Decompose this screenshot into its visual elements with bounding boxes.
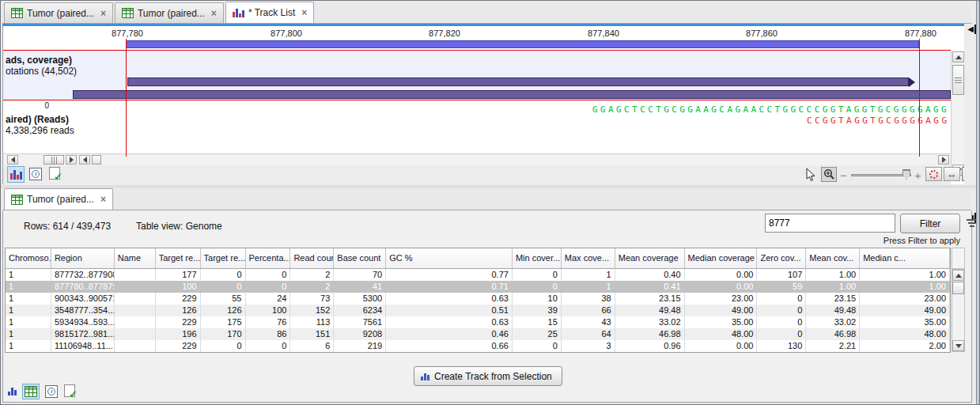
tab-tumor-table-2[interactable]: Tumor (paired... ×	[115, 2, 224, 23]
table-cell: 0.41	[615, 281, 685, 293]
table-row[interactable]: 13548777..354...12612610015262340.513966…	[6, 305, 950, 316]
filter-input[interactable]	[765, 214, 895, 233]
column-header[interactable]: Mean cov...	[806, 248, 860, 268]
table-cell: 35.00	[860, 316, 950, 328]
bottom-tab-bar: Tumor (paired... ×	[2, 189, 971, 210]
column-header[interactable]: Target re...	[156, 248, 201, 268]
scrollbar-thumb[interactable]	[44, 155, 64, 165]
column-header[interactable]: Zero cov...	[757, 248, 806, 268]
column-header[interactable]: Base count	[334, 248, 386, 268]
pointer-mode-button[interactable]	[804, 167, 818, 182]
close-icon[interactable]: ×	[100, 194, 106, 205]
column-header[interactable]: Chromoso...	[6, 248, 51, 268]
create-track-button[interactable]: Create Track from Selection	[414, 366, 562, 386]
table-cell: 0	[757, 305, 806, 316]
column-header[interactable]: GC %	[386, 248, 513, 268]
window-edge	[976, 1, 980, 405]
table-cell	[115, 305, 156, 316]
table-cell: 107	[757, 269, 806, 281]
zoom-mode-button[interactable]	[821, 167, 837, 182]
table-cell: 0.00	[685, 281, 758, 293]
track-vertical-scrollbar[interactable]	[951, 51, 964, 176]
selection-left-line	[126, 39, 127, 157]
column-header[interactable]: Median coverage	[685, 248, 758, 268]
scroll-down-button[interactable]	[952, 340, 964, 351]
table-cell: 9208	[334, 328, 386, 340]
zoom-to-selection-button[interactable]	[925, 167, 942, 181]
column-header[interactable]: Target re...	[201, 248, 246, 268]
fit-width-button[interactable]: ↔	[944, 167, 960, 181]
annotation-bar[interactable]	[73, 90, 951, 99]
close-icon[interactable]: ×	[100, 8, 106, 19]
track-view-mode-button[interactable]	[8, 387, 17, 396]
collapse-top-panel-button[interactable]: ◀	[964, 24, 976, 34]
table-row[interactable]: 15934934..593...2291757611375610.6315433…	[6, 316, 950, 328]
column-header[interactable]: Name	[115, 248, 156, 268]
table-cell: 1	[6, 305, 51, 316]
close-icon[interactable]: ×	[301, 7, 307, 18]
history-view-button[interactable]	[29, 168, 42, 180]
table-cell: 0	[201, 281, 246, 293]
table-cell: 24	[246, 293, 291, 305]
table-cell: 49.48	[806, 305, 860, 316]
reads-track-subtitle: 4,338,296 reads	[6, 125, 74, 136]
bar-chart-icon	[421, 373, 429, 380]
zoom-slider-thumb[interactable]	[902, 169, 910, 180]
track-list-view[interactable]: 877,780877,800877,820877,840877,860877,8…	[2, 26, 964, 184]
filter-button[interactable]: Filter	[900, 214, 960, 233]
table-cell: 0.66	[386, 340, 513, 352]
column-header[interactable]: Region	[51, 248, 115, 268]
zoom-in-icon[interactable]: +	[914, 168, 921, 182]
track-horizontal-scrollbar[interactable]	[3, 153, 951, 165]
table-header-row[interactable]: Chromoso...RegionNameTarget re...Target …	[6, 248, 950, 269]
scrollbar-thumb[interactable]	[92, 155, 101, 165]
column-header[interactable]: Median c...	[860, 248, 950, 268]
table-cell: 0	[246, 281, 291, 293]
column-header[interactable]: Percenta...	[246, 248, 291, 268]
table-cell: 0	[201, 340, 246, 352]
scroll-left-button[interactable]	[7, 155, 18, 165]
history-view-button[interactable]	[45, 385, 58, 398]
table-cell: 0.40	[615, 269, 685, 281]
table-cell: 70	[334, 269, 386, 281]
tab-label: * Track List	[248, 7, 295, 18]
table-cell: 55	[201, 293, 246, 305]
table-cell: 100	[246, 305, 291, 316]
scroll-up-button[interactable]	[952, 51, 964, 62]
tab-tumor-table-bottom[interactable]: Tumor (paired... ×	[4, 188, 113, 210]
scroll-up-button[interactable]	[952, 270, 964, 281]
table-vertical-scrollbar[interactable]	[952, 269, 965, 352]
column-header[interactable]: Max cove...	[562, 248, 615, 268]
table-scrollbar-corner	[952, 248, 965, 269]
table-cell: 3548777..354...	[51, 305, 115, 316]
scrollbar-thumb[interactable]	[952, 282, 964, 294]
table-view-mode-button[interactable]	[22, 384, 40, 399]
table-row[interactable]: 19815172..981...1961708615192080.4625644…	[6, 328, 950, 340]
element-info-button[interactable]: ✓	[49, 167, 60, 180]
scroll-right-button[interactable]	[938, 155, 949, 165]
table-cell: 229	[156, 340, 201, 352]
panel-divider[interactable]	[1, 185, 980, 188]
column-header[interactable]: Mean coverage	[615, 248, 685, 268]
annotation-bar[interactable]	[127, 78, 909, 86]
table-row[interactable]: 1877732..877908177002700.77010.400.00107…	[6, 269, 950, 281]
tab-track-list[interactable]: * Track List ×	[225, 2, 314, 23]
table-cell: 59	[757, 281, 806, 293]
tab-tumor-table-1[interactable]: Tumor (paired... ×	[4, 2, 113, 23]
zoom-out-icon[interactable]: −	[840, 168, 847, 182]
close-icon[interactable]: ×	[211, 8, 217, 19]
scroll-left-button[interactable]	[79, 155, 90, 165]
scrollbar-thumb[interactable]	[952, 65, 964, 95]
element-info-button[interactable]: ✓	[64, 384, 75, 397]
column-header[interactable]: Min cover...	[513, 248, 562, 268]
track-layout-mode-button[interactable]	[7, 166, 25, 183]
table-row[interactable]: 111106948..11...2290062190.66030.960.001…	[6, 340, 950, 352]
zoom-100-button[interactable]: 1:1	[962, 167, 964, 181]
table-cell: 35.00	[685, 316, 758, 328]
table-row[interactable]: 1877780..877879100002410.71010.410.00591…	[6, 281, 950, 293]
table-icon	[11, 195, 23, 205]
zoom-slider[interactable]	[851, 174, 911, 176]
scroll-right-button[interactable]	[66, 155, 77, 165]
table-row[interactable]: 1900343..90057122955247353000.63103823.1…	[6, 293, 950, 305]
column-header[interactable]: Read count	[290, 248, 334, 268]
